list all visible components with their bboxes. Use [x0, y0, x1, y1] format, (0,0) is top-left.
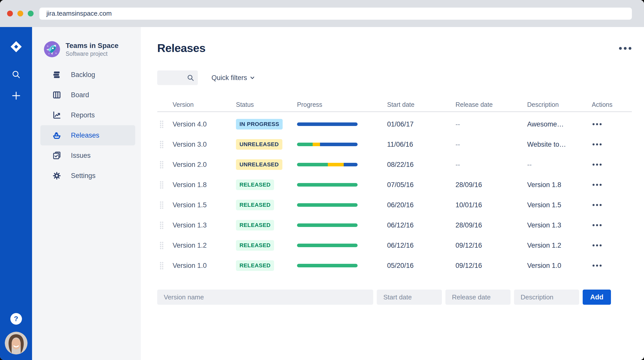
search-icon[interactable]: [11, 69, 21, 80]
column-header-progress: Progress: [294, 101, 384, 108]
row-actions-button[interactable]: [592, 121, 602, 127]
row-actions-button[interactable]: [592, 182, 602, 188]
progress-bar: [297, 264, 358, 267]
sidebar-item-label: Board: [71, 91, 89, 99]
drag-handle-icon[interactable]: [160, 222, 163, 229]
project-name: Teams in Space: [66, 41, 119, 50]
drag-handle-icon[interactable]: [160, 121, 163, 128]
issues-icon: [52, 151, 61, 160]
status-badge: UNRELEASED: [236, 139, 282, 150]
version-name-input[interactable]: [157, 290, 373, 305]
progress-bar: [297, 183, 358, 187]
add-button[interactable]: Add: [583, 290, 611, 305]
row-actions-button[interactable]: [592, 242, 602, 248]
start-date: 07/05/16: [384, 181, 453, 189]
window-controls: [7, 11, 34, 16]
progress-bar: [297, 223, 358, 227]
version-name[interactable]: Version 1.0: [170, 262, 233, 270]
column-header-actions: Actions: [589, 101, 632, 108]
page-actions-button[interactable]: [619, 45, 632, 51]
description-input[interactable]: [514, 290, 579, 305]
start-date: 01/06/17: [384, 120, 453, 128]
project-header: Teams in Space Software project: [32, 41, 141, 57]
status-badge: RELEASED: [236, 200, 274, 210]
status-badge: RELEASED: [236, 240, 274, 251]
start-date: 11/06/16: [384, 141, 453, 148]
create-icon[interactable]: [11, 91, 21, 101]
release-date: --: [453, 161, 524, 169]
progress-bar: [297, 244, 358, 247]
search-field[interactable]: [157, 70, 198, 85]
version-name[interactable]: Version 3.0: [170, 141, 233, 148]
sidebar-item-backlog[interactable]: Backlog: [40, 65, 135, 85]
main-content: Releases Quick filters: [141, 27, 644, 360]
version-name[interactable]: Version 1.5: [170, 201, 233, 209]
drag-handle-icon[interactable]: [160, 181, 163, 189]
sidebar-item-releases[interactable]: Releases: [40, 125, 135, 145]
release-date-input[interactable]: [445, 290, 511, 305]
progress-bar: [297, 143, 358, 146]
quick-filters-label: Quick filters: [211, 74, 247, 82]
toolbar: Quick filters: [157, 70, 632, 85]
table-row: Version 1.0 RELEASED 05/20/16 09/12/16 V…: [157, 255, 632, 276]
row-actions-button[interactable]: [592, 202, 602, 208]
sidebar-item-label: Reports: [71, 111, 95, 119]
search-input[interactable]: [157, 74, 187, 82]
version-name[interactable]: Version 4.0: [170, 120, 233, 128]
sidebar-item-issues[interactable]: Issues: [40, 145, 135, 166]
description: Version 1.3: [524, 221, 589, 229]
release-date: 10/01/16: [453, 201, 524, 209]
table-row: Version 1.5 RELEASED 06/20/16 10/01/16 V…: [157, 195, 632, 215]
row-actions-button[interactable]: [592, 162, 602, 168]
table-row: Version 4.0 IN PROGRESS 01/06/17 -- Awes…: [157, 114, 632, 134]
status-badge: IN PROGRESS: [236, 119, 283, 130]
progress-bar: [297, 203, 358, 207]
table-header-divider: [157, 111, 632, 112]
sidebar-item-label: Releases: [71, 132, 99, 139]
drag-handle-icon[interactable]: [160, 242, 163, 249]
drag-handle-icon[interactable]: [160, 201, 163, 209]
description: Awesome…: [524, 120, 589, 128]
sidebar-item-label: Backlog: [71, 71, 95, 79]
row-actions-button[interactable]: [592, 263, 602, 269]
drag-handle-icon[interactable]: [160, 262, 163, 269]
release-date: --: [453, 120, 524, 128]
board-icon: [52, 90, 61, 99]
drag-handle-icon[interactable]: [160, 161, 163, 168]
sidebar-item-board[interactable]: Board: [40, 85, 135, 105]
project-sidebar: Teams in Space Software project Backlog: [32, 27, 141, 360]
table-row: Version 1.3 RELEASED 06/12/16 28/09/16 V…: [157, 215, 632, 235]
add-version-form: Add: [157, 290, 632, 305]
version-name[interactable]: Version 1.2: [170, 242, 233, 249]
sidebar-item-reports[interactable]: Reports: [40, 105, 135, 125]
browser-chrome: jira.teamsinspace.com: [0, 0, 644, 27]
close-window-button[interactable]: [7, 11, 13, 16]
address-bar[interactable]: jira.teamsinspace.com: [39, 8, 632, 20]
reports-icon: [52, 111, 61, 120]
version-name[interactable]: Version 1.3: [170, 221, 233, 229]
status-badge: RELEASED: [236, 220, 274, 230]
start-date-input[interactable]: [377, 290, 442, 305]
page-title: Releases: [157, 42, 205, 55]
version-name[interactable]: Version 1.8: [170, 181, 233, 189]
minimize-window-button[interactable]: [17, 11, 23, 16]
column-header-description: Description: [524, 101, 589, 108]
start-date: 06/12/16: [384, 242, 453, 249]
drag-handle-icon[interactable]: [160, 141, 163, 148]
row-actions-button[interactable]: [592, 141, 602, 147]
progress-bar: [297, 163, 358, 166]
jira-logo-icon[interactable]: [9, 40, 23, 54]
quick-filters-dropdown[interactable]: Quick filters: [211, 74, 254, 82]
user-avatar[interactable]: [5, 332, 28, 354]
column-header-version: Version: [170, 101, 233, 108]
table-row: Version 3.0 UNRELEASED 11/06/16 -- Websi…: [157, 134, 632, 155]
start-date: 08/22/16: [384, 161, 453, 169]
zoom-window-button[interactable]: [28, 11, 34, 16]
version-name[interactable]: Version 2.0: [170, 161, 233, 169]
row-actions-button[interactable]: [592, 222, 602, 228]
help-icon[interactable]: ?: [10, 313, 22, 325]
sidebar-item-settings[interactable]: Settings: [40, 166, 135, 186]
sidebar-item-label: Issues: [71, 152, 91, 160]
column-header-release-date: Release date: [453, 101, 524, 108]
column-header-start-date: Start date: [384, 101, 453, 108]
